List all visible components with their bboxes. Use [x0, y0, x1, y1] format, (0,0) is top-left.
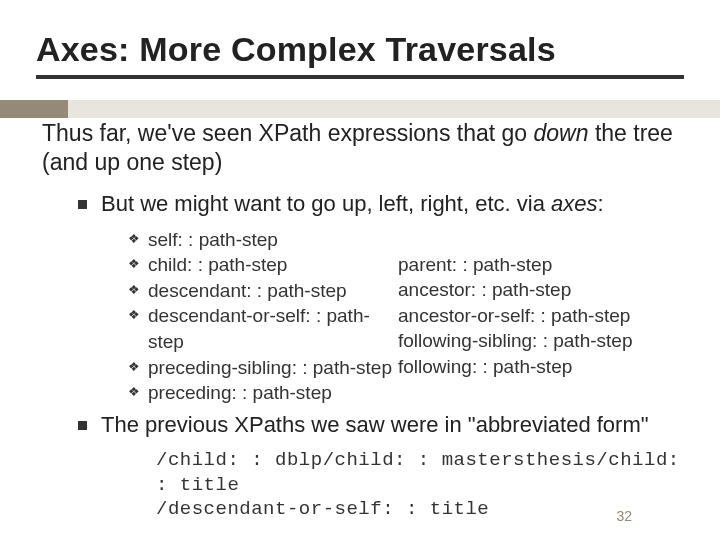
axis-text: descendant-or-self: : path-step — [148, 303, 398, 354]
code-block: /child: : dblp/child: : mastersthesis/ch… — [156, 448, 684, 522]
axis-text: following: : path-step — [398, 354, 638, 380]
axis-text: preceding: : path-step — [148, 380, 332, 406]
square-bullet-icon — [78, 200, 87, 209]
axis-text: following-sibling: : path-step — [398, 328, 638, 354]
diamond-bullet-icon: ❖ — [128, 252, 140, 276]
axis-item: ❖preceding-sibling: : path-step — [128, 355, 398, 381]
lead-down: down — [534, 120, 589, 146]
axes-right-column: parent: : path-step ancestor: : path-ste… — [398, 227, 638, 406]
title-underline — [36, 75, 684, 79]
bullet-2-text: The previous XPaths we saw were in "abbr… — [101, 412, 649, 438]
axis-item: ❖descendant-or-self: : path-step — [128, 303, 398, 354]
content: Thus far, we've seen XPath expressions t… — [36, 119, 684, 522]
axis-item: ❖preceding: : path-step — [128, 380, 398, 406]
code-line-2: /descendant-or-self: : title — [156, 497, 684, 522]
title-subline — [0, 100, 720, 118]
axis-item: ❖child: : path-step — [128, 252, 398, 278]
page-number: 32 — [616, 508, 632, 524]
bullet-1-text: But we might want to go up, left, right,… — [101, 191, 604, 217]
bullet-2: The previous XPaths we saw were in "abbr… — [78, 412, 684, 438]
axis-text: parent: : path-step — [398, 252, 638, 278]
axis-text: preceding-sibling: : path-step — [148, 355, 392, 381]
axis-item: ❖self: : path-step — [128, 227, 398, 253]
diamond-bullet-icon: ❖ — [128, 303, 140, 327]
lead-text: Thus far, we've seen XPath expressions t… — [42, 119, 684, 177]
axis-text: self: : path-step — [148, 227, 278, 253]
diamond-bullet-icon: ❖ — [128, 278, 140, 302]
axes-grid: ❖self: : path-step ❖child: : path-step ❖… — [128, 227, 684, 406]
slide-title: Axes: More Complex Traversals — [36, 30, 684, 73]
bullet1-axes: axes — [551, 191, 597, 216]
diamond-bullet-icon: ❖ — [128, 227, 140, 251]
axes-left-column: ❖self: : path-step ❖child: : path-step ❖… — [128, 227, 398, 406]
bullet1-b: : — [598, 191, 604, 216]
diamond-bullet-icon: ❖ — [128, 355, 140, 379]
axis-text: descendant: : path-step — [148, 278, 347, 304]
axis-text: ancestor: : path-step — [398, 277, 638, 303]
accent-bar — [0, 100, 68, 118]
code-line-1: /child: : dblp/child: : mastersthesis/ch… — [156, 448, 684, 497]
axis-item: ❖descendant: : path-step — [128, 278, 398, 304]
axis-text: ancestor-or-self: : path-step — [398, 303, 638, 329]
lead-a: Thus far, we've seen XPath expressions t… — [42, 120, 534, 146]
slide: Axes: More Complex Traversals Thus far, … — [0, 0, 720, 540]
axis-text: child: : path-step — [148, 252, 287, 278]
diamond-bullet-icon: ❖ — [128, 380, 140, 404]
bullet1-a: But we might want to go up, left, right,… — [101, 191, 551, 216]
title-block: Axes: More Complex Traversals — [36, 30, 684, 79]
square-bullet-icon — [78, 421, 87, 430]
bullet-1: But we might want to go up, left, right,… — [78, 191, 684, 217]
